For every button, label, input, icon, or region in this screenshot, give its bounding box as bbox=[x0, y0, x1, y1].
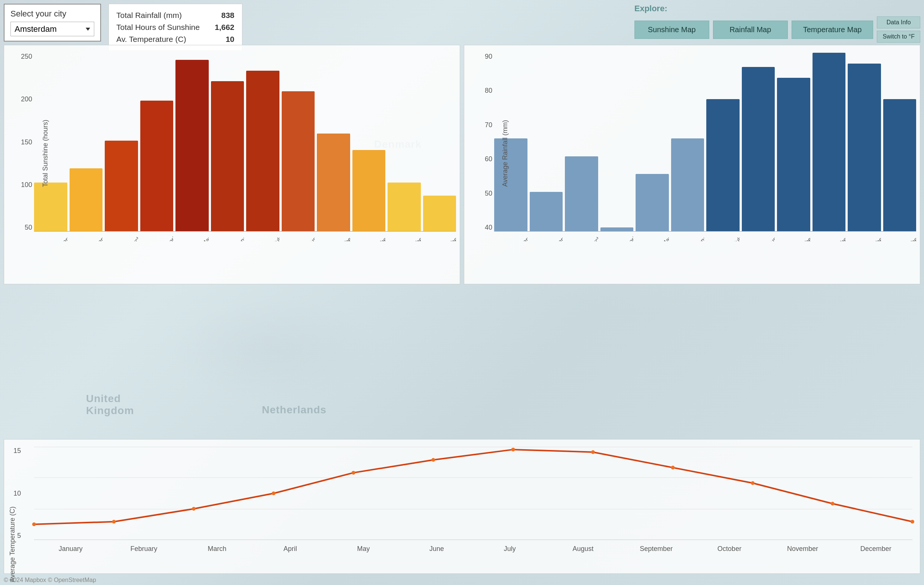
explore-section: Explore: Sunshine Map Rainfall Map Tempe… bbox=[634, 4, 920, 43]
rainfall-bar bbox=[494, 138, 528, 231]
charts-row: Total Sunshine (hours) 250 200 150 100 5… bbox=[4, 45, 920, 284]
stat-row-temp: Av. Temperature (C) 10 bbox=[116, 33, 234, 45]
x-label: May bbox=[327, 545, 400, 553]
y-val: 15 bbox=[13, 447, 21, 455]
sunshine-bar bbox=[34, 183, 67, 231]
sunshine-bar bbox=[140, 101, 173, 231]
y-val: 50 bbox=[25, 224, 32, 232]
rainfall-bar bbox=[635, 174, 669, 231]
stat-label-sunshine: Total Hours of Sunshine bbox=[116, 21, 200, 33]
rainfall-bar bbox=[742, 67, 775, 231]
stat-value-sunshine: 1,662 bbox=[200, 21, 234, 33]
rainfall-x-label: December bbox=[883, 233, 917, 241]
data-info-button[interactable]: Data Info bbox=[877, 16, 920, 28]
temp-dot bbox=[671, 466, 675, 470]
sunshine-chart: Total Sunshine (hours) 250 200 150 100 5… bbox=[34, 53, 456, 254]
y-val: 50 bbox=[485, 190, 492, 198]
sunshine-x-labels: JanuaryFebruaryMarchAprilMayJuneJulyAugu… bbox=[34, 232, 456, 254]
sunshine-x-label: September bbox=[317, 233, 350, 241]
sunshine-x-label: February bbox=[69, 233, 103, 241]
sunshine-bar bbox=[423, 196, 456, 231]
sunshine-bars-container bbox=[34, 53, 456, 232]
sunshine-bar bbox=[282, 91, 315, 231]
sunshine-bar bbox=[352, 150, 386, 232]
temp-chart-inner: 15 10 5 January February March April May… bbox=[34, 447, 912, 540]
temperature-map-button[interactable]: Temperature Map bbox=[792, 21, 873, 39]
y-val: 40 bbox=[485, 224, 492, 232]
sunshine-x-label: May bbox=[175, 233, 209, 241]
rainfall-x-label: October bbox=[812, 233, 846, 241]
rainfall-x-label: January bbox=[494, 233, 528, 241]
top-bar: Select your city Amsterdam London Paris … bbox=[4, 4, 920, 51]
city-selector-label: Select your city bbox=[10, 9, 94, 19]
sunshine-y-label: Total Sunshine (hours) bbox=[41, 120, 50, 187]
y-val: 5 bbox=[17, 532, 21, 540]
rainfall-x-label: September bbox=[777, 233, 810, 241]
rainfall-bar bbox=[671, 138, 705, 231]
sunshine-x-label: June bbox=[211, 233, 244, 241]
copyright-text: © 2024 Mapbox © OpenStreetMap bbox=[4, 577, 96, 583]
temperature-line bbox=[34, 450, 912, 524]
temp-dot bbox=[911, 520, 914, 524]
temp-dot bbox=[32, 522, 36, 526]
sunshine-x-label: August bbox=[282, 233, 315, 241]
stat-row-rainfall: Total Rainfall (mm) 838 bbox=[116, 9, 234, 21]
explore-label: Explore: bbox=[634, 4, 920, 13]
x-label: February bbox=[107, 545, 181, 553]
rainfall-x-label: May bbox=[635, 233, 669, 241]
rainfall-bar bbox=[777, 78, 810, 231]
switch-to-f-button[interactable]: Switch to °F bbox=[877, 31, 920, 43]
x-label: January bbox=[34, 545, 107, 553]
stats-table: Total Rainfall (mm) 838 Total Hours of S… bbox=[116, 9, 234, 45]
temp-y-axis: 15 10 5 bbox=[13, 447, 21, 540]
rainfall-x-labels: JanuaryFebruaryMarchAprilMayJuneJulyAugu… bbox=[494, 232, 916, 254]
y-val: 150 bbox=[21, 138, 32, 146]
rainfall-x-label: August bbox=[742, 233, 775, 241]
sunshine-bar bbox=[246, 71, 279, 231]
sunshine-x-label: January bbox=[34, 233, 67, 241]
y-val: 250 bbox=[21, 53, 32, 61]
sunshine-x-label: October bbox=[352, 233, 386, 241]
rainfall-y-label: Average Rainfall (mm) bbox=[501, 120, 509, 187]
sunshine-bar bbox=[105, 141, 138, 231]
sunshine-chart-panel: Total Sunshine (hours) 250 200 150 100 5… bbox=[4, 45, 460, 284]
x-label: July bbox=[473, 545, 546, 553]
temp-dot bbox=[831, 502, 835, 506]
rainfall-y-axis: 90 80 70 60 50 40 bbox=[477, 53, 492, 232]
rainfall-x-label: March bbox=[565, 233, 598, 241]
explore-buttons: Sunshine Map Rainfall Map Temperature Ma… bbox=[634, 16, 920, 43]
y-val: 80 bbox=[485, 87, 492, 95]
x-label: August bbox=[546, 545, 620, 553]
x-label: November bbox=[766, 545, 840, 553]
sunshine-map-button[interactable]: Sunshine Map bbox=[634, 21, 709, 39]
rainfall-chart-panel: Average Rainfall (mm) 90 80 70 60 50 40 … bbox=[464, 45, 920, 284]
rainfall-x-label: April bbox=[601, 233, 634, 241]
stats-box: Total Rainfall (mm) 838 Total Hours of S… bbox=[109, 4, 243, 51]
x-label: September bbox=[619, 545, 693, 553]
y-val: 100 bbox=[21, 181, 32, 189]
temp-dot bbox=[192, 507, 196, 511]
stat-value-temp: 10 bbox=[200, 33, 234, 45]
y-val: 10 bbox=[13, 489, 21, 498]
temp-dot bbox=[512, 448, 515, 452]
x-label: October bbox=[693, 545, 766, 553]
rainfall-bar bbox=[706, 99, 739, 231]
y-val: 60 bbox=[485, 155, 492, 163]
temp-dot bbox=[431, 458, 435, 461]
rainfall-map-button[interactable]: Rainfall Map bbox=[713, 21, 788, 39]
stat-label-temp: Av. Temperature (C) bbox=[116, 33, 200, 45]
sunshine-x-label: March bbox=[105, 233, 138, 241]
sunshine-bar bbox=[69, 168, 103, 231]
rainfall-x-label: July bbox=[706, 233, 739, 241]
sunshine-x-label: November bbox=[388, 233, 421, 241]
x-label: June bbox=[400, 545, 473, 553]
side-buttons: Data Info Switch to °F bbox=[877, 16, 920, 43]
ui-layer: Select your city Amsterdam London Paris … bbox=[0, 0, 924, 585]
city-selector-input[interactable]: Amsterdam London Paris Berlin Madrid Rom… bbox=[10, 22, 94, 36]
rainfall-bar bbox=[565, 157, 598, 231]
rainfall-bar bbox=[883, 99, 917, 231]
y-val: 70 bbox=[485, 121, 492, 129]
rainfall-bar bbox=[848, 64, 881, 231]
sunshine-y-axis: 250 200 150 100 50 bbox=[17, 53, 32, 232]
temperature-line-svg bbox=[34, 447, 912, 540]
